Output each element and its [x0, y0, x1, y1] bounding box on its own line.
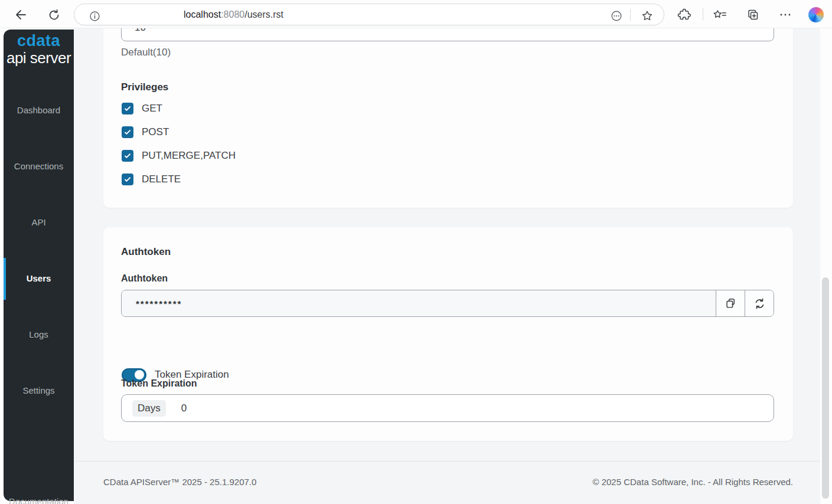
address-bar[interactable]: localhost:8080/users.rst: [74, 4, 664, 25]
authtoken-label: Authtoken: [121, 272, 168, 285]
authtoken-input[interactable]: [122, 290, 716, 316]
copy-authtoken-button[interactable]: [716, 290, 745, 316]
sidebar-item-users[interactable]: Users: [4, 270, 74, 287]
scrollbar-track[interactable]: [820, 28, 832, 504]
sidebar: cdata api server Dashboard Connections A…: [4, 30, 74, 501]
back-arrow-icon: [14, 8, 28, 22]
privilege-get-checkbox[interactable]: GET: [122, 100, 162, 117]
footer-divider: [74, 461, 820, 462]
page: cdata api server Dashboard Connections A…: [0, 28, 832, 504]
copilot-icon[interactable]: [808, 7, 824, 22]
checkbox-checked-icon: [122, 150, 133, 162]
url-host: localhost: [184, 9, 221, 19]
browser-toolbar: localhost:8080/users.rst: [0, 0, 832, 28]
privilege-delete-label: DELETE: [142, 174, 181, 185]
token-expiration-unit: Days: [132, 400, 166, 417]
refresh-icon: [47, 8, 61, 22]
extensions-button[interactable]: [677, 7, 692, 22]
refresh-button[interactable]: [46, 7, 61, 22]
footer-version-text: CData APIServer™ 2025 - 25.1.9207.0: [103, 476, 256, 489]
favorites-button[interactable]: [712, 7, 727, 22]
privilege-post-checkbox[interactable]: POST: [122, 124, 169, 140]
authtoken-input-group: [121, 290, 774, 317]
back-button[interactable]: [13, 7, 28, 22]
sidebar-item-dashboard[interactable]: Dashboard: [4, 102, 74, 119]
privilege-put-merge-patch-checkbox[interactable]: PUT,MERGE,PATCH: [122, 148, 236, 164]
address-more-button[interactable]: [609, 8, 624, 24]
privilege-post-label: POST: [142, 126, 169, 138]
authtoken-heading: Authtoken: [121, 246, 171, 258]
url-text[interactable]: localhost:8080/users.rst: [184, 4, 283, 25]
collections-button[interactable]: [745, 7, 761, 22]
star-icon: [641, 9, 654, 22]
checkbox-checked-icon: [122, 126, 133, 138]
info-icon: [89, 10, 101, 22]
sidebar-item-connections[interactable]: Connections: [4, 158, 74, 175]
favorites-star-lines-icon: [712, 8, 727, 22]
url-path: /users.rst: [244, 9, 283, 19]
ellipsis-circle-icon: [610, 9, 623, 22]
page-size-input[interactable]: [121, 28, 774, 41]
refresh-token-icon: [753, 297, 766, 310]
sidebar-item-api[interactable]: API: [4, 214, 74, 231]
collections-icon: [746, 8, 760, 22]
page-size-helper-text: Default(10): [121, 46, 171, 59]
address-bar-divider: [630, 9, 631, 21]
toolbar-divider: [703, 8, 703, 21]
more-dots-icon: [778, 8, 792, 22]
checkbox-checked-icon: [122, 174, 133, 185]
active-nav-indicator: [4, 258, 6, 300]
puzzle-extensions-icon: [677, 8, 691, 22]
sidebar-item-documentation[interactable]: Documentation: [4, 493, 74, 504]
sidebar-item-settings[interactable]: Settings: [4, 382, 74, 400]
url-port: :8080: [221, 9, 244, 19]
cdata-logo: cdata: [4, 32, 74, 50]
scrollbar-thumb[interactable]: [822, 277, 829, 499]
token-expiration-value: 0: [181, 402, 187, 414]
checkbox-checked-icon: [122, 103, 133, 114]
token-expiration-label: Token Expiration: [121, 377, 197, 390]
copy-icon: [724, 297, 737, 310]
site-info-button[interactable]: [87, 8, 102, 24]
regenerate-authtoken-button[interactable]: [745, 290, 774, 316]
token-expiration-input[interactable]: Days 0: [121, 394, 774, 422]
privilege-delete-checkbox[interactable]: DELETE: [122, 171, 181, 188]
footer-copyright-text: © 2025 CData Software, Inc. - All Rights…: [592, 476, 793, 489]
privileges-heading: Privileges: [121, 81, 168, 94]
api-server-logo-text: api server: [4, 49, 74, 67]
sidebar-item-logs[interactable]: Logs: [4, 326, 74, 343]
privilege-put-merge-patch-label: PUT,MERGE,PATCH: [142, 150, 236, 162]
favorite-this-page-button[interactable]: [640, 8, 655, 24]
privilege-get-label: GET: [142, 103, 162, 114]
settings-menu-button[interactable]: [778, 7, 793, 22]
privileges-card: [103, 28, 793, 208]
